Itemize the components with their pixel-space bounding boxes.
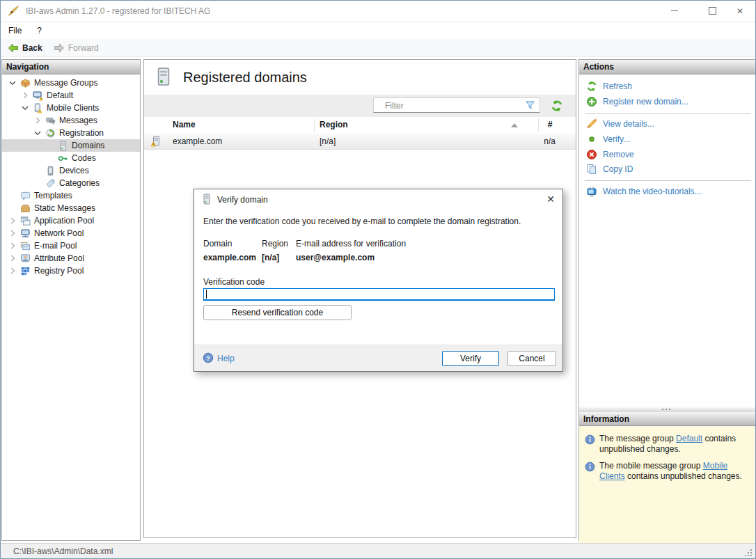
info-text: contains unpublished changes. [625, 471, 742, 481]
sidebar-item-label: Devices [59, 166, 89, 175]
status-bar: C:\IBI-aws\Admin\Data.xml [1, 543, 755, 559]
dialog-close-icon[interactable]: ✕ [543, 192, 558, 206]
sidebar-item-attribute-pool[interactable]: Attribute Pool [2, 252, 140, 265]
filter-input[interactable] [375, 99, 530, 113]
chevron-right-icon[interactable] [8, 240, 20, 251]
sidebar-item-label: Registry Pool [34, 266, 84, 276]
sidebar-item-message-groups[interactable]: Message Groups [2, 77, 140, 89]
server-warning-icon [150, 136, 162, 147]
speech-bubble-icon [20, 190, 33, 201]
server-icon [58, 140, 70, 151]
sidebar-item-codes[interactable]: Codes [2, 152, 140, 164]
column-header-count[interactable]: # [544, 120, 556, 129]
sidebar-item-label: Messages [59, 116, 97, 125]
sidebar-item-mobile-clients[interactable]: Mobile Clients [2, 102, 140, 114]
registered-domains-icon [155, 66, 172, 87]
remove-icon [586, 149, 597, 160]
information-panel: The message group Default contains unpub… [579, 426, 755, 555]
toolbar: Back Forward [1, 39, 755, 57]
text-caret [206, 290, 207, 299]
action-copy-id[interactable]: Copy ID [579, 162, 755, 176]
minimize-button[interactable] [659, 1, 690, 21]
sidebar-item-default[interactable]: Default [2, 89, 140, 102]
sidebar-item-label: E-mail Pool [34, 241, 77, 251]
cell-name: example.com [173, 136, 222, 146]
resend-verification-button[interactable]: Resend verification code [203, 305, 352, 320]
sidebar-item-categories[interactable]: Categories [2, 177, 140, 189]
filter-funnel-icon[interactable] [525, 100, 535, 111]
sidebar-item-messages[interactable]: Messages [2, 114, 140, 127]
verification-code-input[interactable] [203, 288, 555, 301]
cell-count: n/a [523, 136, 556, 146]
sidebar-item-domains[interactable]: Domains [2, 139, 140, 152]
column-header-name[interactable]: Name [173, 120, 196, 129]
sidebar-item-network-pool[interactable]: Network Pool [2, 227, 140, 239]
sidebar-item-registry-pool[interactable]: Registry Pool [2, 265, 140, 277]
link-default[interactable]: Default [676, 434, 702, 443]
domain-label: Domain [203, 239, 232, 249]
sidebar-item-label: Domains [72, 141, 104, 150]
chevron-right-icon[interactable] [20, 90, 33, 101]
help-link[interactable]: Help [217, 354, 235, 363]
action-register-new-domain[interactable]: Register new domain... [579, 95, 755, 109]
chevron-down-icon[interactable] [8, 77, 20, 88]
status-file-path: C:\IBI-aws\Admin\Data.xml [13, 544, 113, 559]
sidebar-item-label: Default [47, 90, 73, 100]
navigation-panel: Navigation Message Groups Default Mobile… [1, 59, 141, 541]
chevron-right-icon[interactable] [8, 228, 20, 239]
sidebar-item-label: Attribute Pool [34, 253, 84, 263]
dialog-message: Enter the verification code you received… [203, 216, 555, 226]
resize-grip[interactable] [744, 549, 753, 557]
action-verify[interactable]: Verify... [579, 132, 755, 146]
chevron-right-icon[interactable] [8, 253, 20, 264]
email-label: E-mail address for verification [296, 239, 406, 249]
sidebar-item-label: Network Pool [34, 228, 84, 238]
person-icon [20, 253, 33, 264]
maximize-button[interactable] [697, 1, 727, 21]
message-groups-icon [20, 77, 33, 88]
action-view-details[interactable]: View details... [579, 117, 755, 131]
help-icon[interactable]: ? [203, 352, 214, 363]
menu-bar: File ? [1, 22, 755, 39]
refresh-icon[interactable] [551, 100, 563, 112]
action-refresh[interactable]: Refresh [579, 79, 755, 93]
sidebar-item-devices[interactable]: Devices [2, 164, 140, 177]
region-value: [n/a] [262, 253, 279, 262]
sidebar-item-templates[interactable]: Templates [2, 189, 140, 202]
chevron-right-icon[interactable] [8, 215, 20, 226]
region-label: Region [262, 239, 288, 249]
add-icon [586, 96, 597, 107]
sidebar-item-label: Registration [59, 128, 104, 138]
tv-icon [586, 186, 597, 197]
menu-file[interactable]: File [1, 22, 29, 39]
key-icon [58, 152, 70, 164]
verify-button[interactable]: Verify [442, 351, 499, 366]
action-remove[interactable]: Remove [579, 148, 755, 162]
back-button[interactable]: Back [3, 40, 47, 56]
column-header-region[interactable]: Region [320, 120, 348, 129]
refresh-icon [586, 81, 597, 92]
action-watch-video-tutorials[interactable]: Watch the video-tutorials... [579, 184, 755, 198]
chevron-down-icon[interactable] [20, 102, 33, 113]
sidebar-item-static-messages[interactable]: Static Messages [2, 202, 140, 214]
chevron-right-icon[interactable] [8, 265, 20, 276]
registration-icon [45, 127, 58, 139]
menu-help[interactable]: ? [29, 22, 49, 39]
page-title: Registered domains [183, 70, 307, 86]
verification-code-label: Verification code [203, 277, 265, 287]
messages-icon [45, 115, 58, 126]
sidebar-item-registration[interactable]: Registration [2, 127, 140, 139]
cancel-button[interactable]: Cancel [507, 351, 556, 366]
info-text: The mobile message group [599, 461, 703, 471]
network-icon [20, 228, 33, 239]
forward-button[interactable]: Forward [49, 40, 103, 56]
sidebar-item-email-pool[interactable]: E-mail Pool [2, 239, 140, 252]
panel-splitter[interactable] [579, 407, 755, 412]
email-icon [20, 240, 33, 251]
table-row[interactable]: example.com [n/a] n/a [144, 134, 576, 150]
phone-icon [45, 165, 58, 176]
sidebar-item-application-pool[interactable]: Application Pool [2, 214, 140, 227]
chevron-right-icon[interactable] [33, 115, 45, 126]
close-button[interactable]: ✕ [725, 1, 755, 21]
chevron-down-icon[interactable] [33, 127, 45, 139]
